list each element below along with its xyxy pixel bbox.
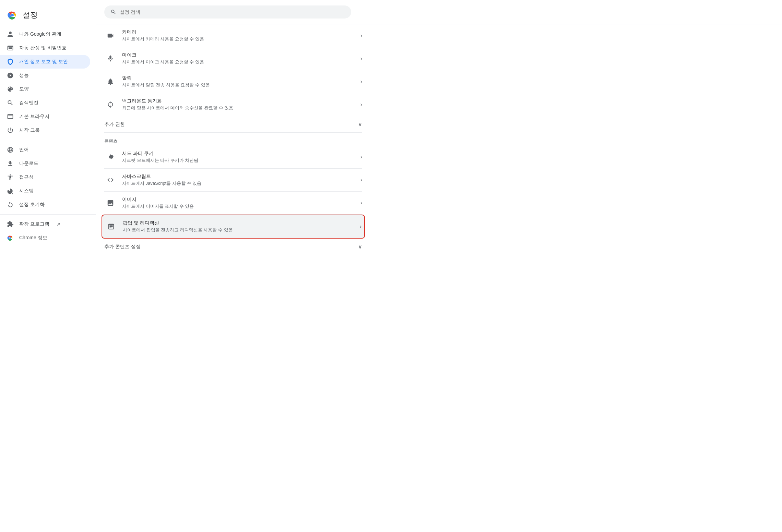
- setting-item-popup-redirect[interactable]: 팝업 및 리디렉션 사이트에서 팝업을 전송하고 리디렉션을 사용할 수 있음 …: [102, 215, 365, 239]
- content-area: 카메라 사이트에서 카메라 사용을 요청할 수 있음 › 마이크 사이트에서 마…: [96, 24, 370, 263]
- setting-desc: 사이트에서 카메라 사용을 요청할 수 있음: [122, 36, 355, 42]
- setting-text-cookies: 서드 파티 쿠키 시크릿 모드에서는 타사 쿠키가 차단됨: [122, 150, 355, 164]
- sidebar-item-label: 자동 완성 및 비밀번호: [19, 45, 67, 51]
- chevron-right-icon: ›: [360, 200, 362, 206]
- cookie-icon: [104, 151, 117, 163]
- main-content: 카메라 사이트에서 카메라 사용을 요청할 수 있음 › 마이크 사이트에서 마…: [96, 0, 782, 532]
- sidebar-item-performance[interactable]: 성능: [0, 69, 90, 82]
- setting-title: 이미지: [122, 196, 355, 203]
- sidebar-item-label: 설정 초기화: [19, 202, 45, 208]
- external-link-icon: ↗: [56, 221, 60, 227]
- setting-item-camera[interactable]: 카메라 사이트에서 카메라 사용을 요청할 수 있음 ›: [104, 24, 362, 47]
- setting-title: 마이크: [122, 52, 355, 58]
- setting-item-background-sync[interactable]: 백그라운드 동기화 최근에 닫은 사이트에서 데이터 송수신을 완료할 수 있음…: [104, 93, 362, 116]
- sidebar: 설정 나와 Google의 관계 자동 완성 및 비밀번호 개인 정보 보호 및…: [0, 0, 96, 532]
- setting-desc: 사이트에서 팝업을 전송하고 리디렉션을 사용할 수 있음: [123, 227, 354, 233]
- sidebar-item-accessibility[interactable]: 접근성: [0, 170, 90, 184]
- puzzle-icon: [7, 221, 14, 228]
- code-icon: [104, 174, 117, 186]
- bell-icon: [104, 75, 117, 88]
- svg-point-2: [11, 14, 14, 16]
- sidebar-item-label: 시작 그룹: [19, 127, 40, 133]
- sidebar-item-extensions[interactable]: 확장 프로그램 ↗: [0, 217, 90, 231]
- sidebar-item-search-engine[interactable]: 검색엔진: [0, 96, 90, 110]
- setting-title: 자바스크립트: [122, 173, 355, 180]
- nav-divider: [0, 140, 96, 140]
- wrench-icon: [7, 188, 14, 194]
- setting-text-notifications: 알림 사이트에서 알림 전송 허용을 요청할 수 있음: [122, 75, 355, 88]
- chevron-right-icon: ›: [360, 56, 362, 62]
- chevron-right-icon: ›: [360, 223, 362, 230]
- setting-title: 알림: [122, 75, 355, 81]
- palette-icon: [7, 86, 14, 93]
- setting-title: 서드 파티 쿠키: [122, 150, 355, 157]
- sidebar-item-label: Chrome 정보: [19, 235, 47, 241]
- reset-icon: [7, 201, 14, 208]
- extra-permissions-title: 추가 권한: [104, 121, 125, 128]
- content-section-label: 콘텐츠: [104, 133, 362, 146]
- extra-permissions-header[interactable]: 추가 권한 ∨: [104, 116, 362, 133]
- setting-desc: 최근에 닫은 사이트에서 데이터 송수신을 완료할 수 있음: [122, 105, 355, 111]
- sidebar-navigation: 나와 Google의 관계 자동 완성 및 비밀번호 개인 정보 보호 및 보안…: [0, 27, 96, 245]
- sidebar-item-reset[interactable]: 설정 초기화: [0, 198, 90, 211]
- search-icon: [7, 99, 14, 106]
- setting-text-background-sync: 백그라운드 동기화 최근에 닫은 사이트에서 데이터 송수신을 완료할 수 있음: [122, 98, 355, 111]
- setting-text-popup-redirect: 팝업 및 리디렉션 사이트에서 팝업을 전송하고 리디렉션을 사용할 수 있음: [123, 220, 354, 233]
- sidebar-item-label: 시스템: [19, 188, 34, 194]
- setting-desc: 사이트에서 JavaScript를 사용할 수 있음: [122, 180, 355, 186]
- sidebar-item-appearance[interactable]: 모양: [0, 82, 90, 96]
- setting-item-notifications[interactable]: 알림 사이트에서 알림 전송 허용을 요청할 수 있음 ›: [104, 70, 362, 93]
- sidebar-item-label: 모양: [19, 86, 29, 92]
- extra-content-header[interactable]: 추가 콘텐츠 설정 ∨: [104, 239, 362, 255]
- sidebar-item-about[interactable]: Chrome 정보: [0, 231, 90, 245]
- setting-text-camera: 카메라 사이트에서 카메라 사용을 요청할 수 있음: [122, 29, 355, 42]
- chevron-down-icon: ∨: [358, 121, 362, 128]
- globe-icon: [7, 146, 14, 153]
- setting-item-third-party-cookies[interactable]: 서드 파티 쿠키 시크릿 모드에서는 타사 쿠키가 차단됨 ›: [104, 146, 362, 169]
- sidebar-item-system[interactable]: 시스템: [0, 184, 90, 198]
- page-title: 설정: [23, 10, 38, 20]
- chrome-logo-icon: [7, 10, 18, 21]
- sidebar-item-google-account[interactable]: 나와 Google의 관계: [0, 27, 90, 41]
- setting-item-microphone[interactable]: 마이크 사이트에서 마이크 사용을 요청할 수 있음 ›: [104, 47, 362, 70]
- search-input[interactable]: [120, 9, 345, 15]
- chevron-right-icon: ›: [360, 101, 362, 108]
- search-bar[interactable]: [104, 5, 351, 19]
- chevron-down-icon-2: ∨: [358, 243, 362, 250]
- setting-desc: 사이트에서 알림 전송 허용을 요청할 수 있음: [122, 82, 355, 88]
- setting-text-javascript: 자바스크립트 사이트에서 JavaScript를 사용할 수 있음: [122, 173, 355, 186]
- sidebar-item-startup[interactable]: 시작 그룹: [0, 123, 90, 137]
- setting-desc: 시크릿 모드에서는 타사 쿠키가 차단됨: [122, 157, 355, 164]
- search-bar-container: [96, 0, 782, 24]
- setting-title: 팝업 및 리디렉션: [123, 220, 354, 226]
- microphone-icon: [104, 52, 117, 65]
- setting-item-javascript[interactable]: 자바스크립트 사이트에서 JavaScript를 사용할 수 있음 ›: [104, 169, 362, 192]
- sidebar-item-default-browser[interactable]: 기본 브라우저: [0, 110, 90, 123]
- setting-title: 백그라운드 동기화: [122, 98, 355, 104]
- sidebar-item-label: 성능: [19, 72, 29, 78]
- setting-text-microphone: 마이크 사이트에서 마이크 사용을 요청할 수 있음: [122, 52, 355, 65]
- sidebar-item-autofill[interactable]: 자동 완성 및 비밀번호: [0, 41, 90, 55]
- image-icon: [104, 197, 117, 209]
- sidebar-item-privacy[interactable]: 개인 정보 보호 및 보안: [0, 55, 90, 69]
- setting-title: 카메라: [122, 29, 355, 35]
- sidebar-item-label: 확장 프로그램: [19, 221, 49, 227]
- sidebar-item-label: 다운로드: [19, 160, 38, 167]
- svg-point-4: [10, 237, 11, 239]
- sidebar-item-label: 나와 Google의 관계: [19, 31, 61, 37]
- camera-icon: [104, 29, 117, 42]
- sidebar-header: 설정: [0, 5, 96, 27]
- sidebar-item-label: 접근성: [19, 174, 34, 180]
- sidebar-item-language[interactable]: 언어: [0, 143, 90, 157]
- chevron-right-icon: ›: [360, 78, 362, 85]
- setting-desc: 사이트에서 마이크 사용을 요청할 수 있음: [122, 59, 355, 65]
- nav-divider-2: [0, 214, 96, 215]
- sidebar-item-download[interactable]: 다운로드: [0, 157, 90, 170]
- setting-item-images[interactable]: 이미지 사이트에서 이미지를 표시할 수 있음 ›: [104, 192, 362, 215]
- shield-icon: [7, 58, 14, 65]
- accessibility-icon: [7, 174, 14, 181]
- person-icon: [7, 31, 14, 38]
- sync-icon: [104, 98, 117, 111]
- badge-icon: [7, 45, 14, 51]
- browser-icon: [7, 113, 14, 120]
